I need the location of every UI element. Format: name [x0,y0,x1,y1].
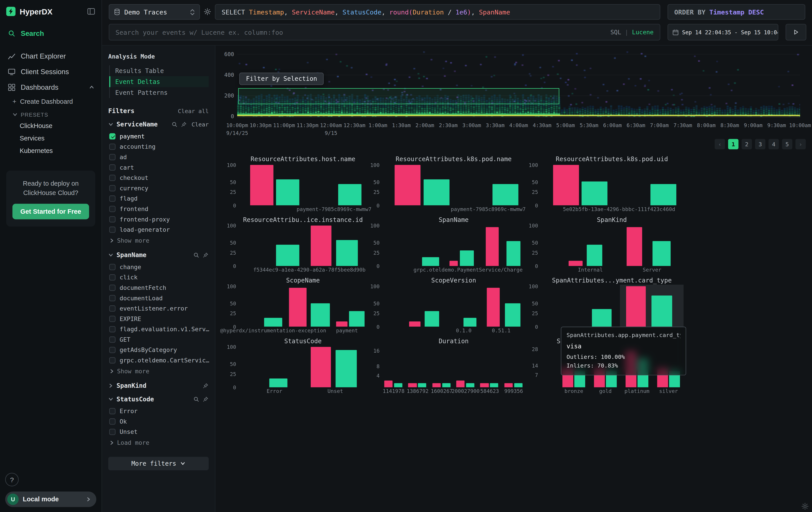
bar-outlier[interactable] [480,383,489,387]
filter-option-grpc-oteldemo-cartservic[interactable]: grpc.oteldemo.CartServic… [108,355,209,366]
checkbox[interactable] [109,274,115,280]
bar-inlier[interactable] [650,184,676,205]
filter-option-change[interactable]: change [108,262,209,272]
bar-outlier[interactable] [432,383,441,387]
sql-query-input[interactable]: SELECT Timestamp, ServiceName, StatusCod… [215,4,660,20]
bar-inlier[interactable] [460,251,474,266]
sidebar-item-chart-explorer[interactable]: Chart Explorer [0,48,102,64]
filter-group-header[interactable]: SpanKind [108,382,209,389]
analysis-mode-event-deltas[interactable]: Event Deltas [109,76,208,87]
source-settings-gear-icon[interactable] [203,8,211,16]
checkbox[interactable] [109,285,115,291]
filter-group-clear[interactable]: Clear [192,121,208,128]
pin-icon[interactable] [203,396,209,402]
bar-outlier[interactable] [395,165,421,206]
checkbox[interactable] [109,195,115,202]
checkbox[interactable] [109,295,115,301]
checkbox[interactable] [109,336,115,343]
sidebar-item-presets[interactable]: PRESETS [0,108,102,120]
filter-by-selection-button[interactable]: Filter by Selection [239,73,324,85]
bar-outlier[interactable] [311,225,331,266]
filter-option-error[interactable]: Error [108,406,209,416]
more-filters-button[interactable]: More filters [108,457,209,470]
bar-outlier[interactable] [450,261,458,266]
bar-inlier[interactable] [652,241,670,266]
filter-option-frontend[interactable]: frontend [108,204,209,214]
bar-outlier[interactable] [569,261,583,266]
filter-option-eventlistener-error[interactable]: eventListener.error [108,303,209,314]
source-select[interactable]: Demo Traces [109,4,200,20]
filter-option-cart[interactable]: cart [108,162,209,173]
filter-option-unset[interactable]: Unset [108,427,209,437]
filter-option-get[interactable]: GET [108,334,209,345]
bar-outlier[interactable] [553,165,579,206]
bar-outlier[interactable] [504,383,513,387]
search-icon[interactable] [193,396,199,402]
checkbox[interactable] [109,143,115,150]
bar-inlier[interactable] [651,296,672,327]
bar-inlier[interactable] [463,318,476,327]
bar-inlier[interactable] [276,180,299,205]
checkbox[interactable] [109,185,115,191]
checkbox[interactable] [109,206,115,212]
filter-group-header[interactable]: StatusCode [108,396,209,403]
filter-option-click[interactable]: click [108,272,209,283]
checkbox-checked[interactable] [109,133,115,140]
get-started-button[interactable]: Get Started for Free [12,204,89,219]
checkbox[interactable] [109,316,115,322]
bar-inlier[interactable] [349,311,365,327]
search-icon[interactable] [171,121,178,128]
bar-outlier[interactable] [311,347,330,387]
bar-inlier[interactable] [311,303,330,327]
filter-group-header[interactable]: SpanName [108,251,209,259]
show-more-link[interactable]: Load more [108,437,209,448]
pin-icon[interactable] [181,121,187,128]
filter-option-frontend-proxy[interactable]: frontend-proxy [108,214,209,225]
checkbox[interactable] [109,408,115,414]
filter-option-ok[interactable]: Ok [108,416,209,427]
bar-inlier[interactable] [394,383,402,387]
bar-inlier[interactable] [264,318,282,327]
bar-inlier[interactable] [466,383,474,387]
bar-inlier[interactable] [425,311,439,327]
checkbox[interactable] [109,357,115,363]
bar-inlier[interactable] [492,184,519,205]
sidebar-item-services[interactable]: Services [0,132,102,145]
sidebar-item-client-sessions[interactable]: Client Sessions [0,64,102,79]
bar-inlier[interactable] [592,309,612,327]
bar-inlier[interactable] [582,182,607,206]
analysis-mode-event-patterns[interactable]: Event Patterns [109,87,208,98]
filter-option-checkout[interactable]: checkout [108,173,209,183]
checkbox[interactable] [109,226,115,233]
bar-inlier[interactable] [505,303,521,327]
sidebar-collapse-icon[interactable] [87,7,95,16]
show-more-link[interactable]: Show more [108,235,209,245]
bar-inlier[interactable] [276,245,299,266]
bar-outlier[interactable] [627,227,642,266]
bar-inlier[interactable] [422,257,439,266]
bar-inlier[interactable] [506,241,521,266]
filter-option-ad[interactable]: ad [108,152,209,162]
sidebar-item-create-dashboard[interactable]: +Create Dashboard [0,95,102,108]
mode-lucene[interactable]: Lucene [632,28,654,36]
bar-outlier[interactable] [487,288,500,327]
search-input[interactable]: Search your events w/ Lucene ex. column:… [109,24,660,41]
checkbox[interactable] [109,347,115,353]
bar-outlier[interactable] [486,227,499,266]
bar-outlier[interactable] [289,288,307,327]
filter-option-documentfetch[interactable]: documentFetch [108,282,209,293]
bar-outlier[interactable] [409,321,421,327]
bar-outlier[interactable] [384,380,393,387]
filter-option-documentload[interactable]: documentLoad [108,293,209,303]
settings-gear-icon[interactable] [801,503,809,510]
pin-icon[interactable] [203,383,209,389]
bar-inlier[interactable] [587,245,602,266]
filter-option-flagd[interactable]: flagd [108,193,209,204]
filter-option-getadsbycategory[interactable]: getAdsByCategory [108,345,209,355]
filter-option-expire[interactable]: EXPIRE [108,314,209,324]
filter-option-payment[interactable]: payment [108,131,209,141]
checkbox[interactable] [109,264,115,270]
bar-inlier[interactable] [514,383,523,387]
checkbox[interactable] [109,419,115,425]
pin-icon[interactable] [203,252,209,258]
